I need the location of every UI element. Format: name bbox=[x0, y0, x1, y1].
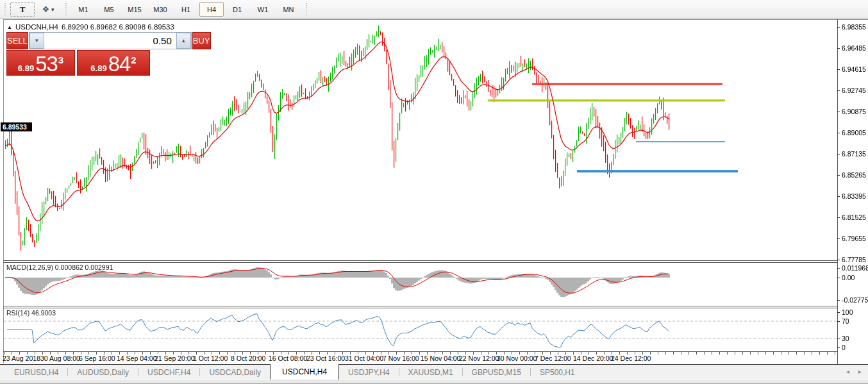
indicator-axis-label: 30 bbox=[842, 335, 849, 342]
buy-price-small: 6.89 bbox=[90, 63, 106, 73]
pointer-tool-button[interactable]: ❖ ▾ bbox=[36, 2, 60, 17]
rsi-panel-canvas[interactable] bbox=[4, 308, 837, 351]
sell-price-small: 6.89 bbox=[18, 63, 34, 73]
date-label: 30 Nov 00:00 bbox=[497, 355, 537, 362]
price-tick bbox=[837, 238, 840, 239]
date-label: 23 Oct 16:00 bbox=[306, 355, 345, 362]
timeframe-button-h4[interactable]: H4 bbox=[199, 2, 224, 17]
date-label: 23 Aug 2018 bbox=[3, 355, 40, 362]
indicator-tick bbox=[837, 268, 840, 269]
indicator-tick bbox=[837, 338, 840, 339]
panel-separator bbox=[3, 262, 838, 263]
price-tick bbox=[837, 154, 840, 154]
price-tick-label: 6.89005 bbox=[842, 129, 866, 137]
sell-button[interactable]: SELL bbox=[6, 32, 28, 49]
date-label: 24 Dec 12:00 bbox=[611, 355, 651, 362]
price-tick bbox=[837, 69, 840, 70]
toolbar-grip[interactable] bbox=[4, 3, 7, 16]
ohlc-values: 6.89290 6.89682 6.89098 6.89533 bbox=[62, 23, 174, 31]
price-tick bbox=[837, 112, 840, 112]
volume-increase-button[interactable]: ▲ bbox=[176, 33, 191, 49]
price-tick bbox=[837, 196, 840, 197]
date-label: 1 Oct 12:00 bbox=[193, 355, 228, 362]
buy-price-panel[interactable]: 6.89 84 2 bbox=[77, 50, 150, 76]
date-label: 8 Oct 20:00 bbox=[231, 355, 265, 362]
price-tick bbox=[837, 217, 840, 218]
timeframe-button-m1[interactable]: M1 bbox=[71, 2, 96, 17]
status-strip bbox=[0, 379, 868, 384]
tab-scroll-left-icon[interactable]: ◂ bbox=[846, 368, 849, 375]
timeframe-button-m5[interactable]: M5 bbox=[97, 2, 121, 17]
buy-price-sup: 2 bbox=[131, 51, 136, 70]
date-label: 6 Sep 16:00 bbox=[79, 355, 115, 362]
date-label: 16 Oct 08:00 bbox=[269, 355, 307, 362]
timeframe-button-mn[interactable]: MN bbox=[276, 2, 301, 17]
chart-tab-audusd-daily[interactable]: AUDUSD,Daily bbox=[68, 365, 138, 380]
sell-price-panel[interactable]: 6.89 53 3 bbox=[6, 50, 75, 76]
chart-tab-bar: EURUSD,H4AUDUSD,DailyUSDCHF,H4USDCAD,Dai… bbox=[0, 364, 868, 380]
timeframe-button-w1[interactable]: W1 bbox=[251, 2, 275, 17]
current-price-label: 6.89533 bbox=[1, 122, 32, 131]
volume-decrease-button[interactable]: ▼ bbox=[29, 33, 44, 49]
price-tick bbox=[837, 48, 840, 49]
buy-price-big: 84 bbox=[108, 54, 131, 73]
indicator-axis-label: 0.011968 bbox=[842, 264, 868, 272]
timeframe-button-m15[interactable]: M15 bbox=[122, 2, 147, 17]
price-tick-label: 6.83395 bbox=[842, 192, 866, 200]
price-tick-label: 6.77785 bbox=[842, 256, 866, 263]
price-tick bbox=[837, 27, 840, 28]
timeframe-button-d1[interactable]: D1 bbox=[225, 2, 249, 17]
chart-tab-sp500-h1[interactable]: SP500,H1 bbox=[531, 365, 584, 380]
toolbar-grip[interactable] bbox=[65, 3, 68, 16]
indicator-axis-label: 0.00 bbox=[842, 274, 855, 281]
tab-scroll-buttons: ◂ ▸ bbox=[846, 364, 862, 379]
indicator-axis-label: 0 bbox=[842, 344, 846, 351]
rsi-label: RSI(14) 46.9003 bbox=[6, 309, 56, 317]
time-axis[interactable]: 23 Aug 201830 Aug 08:006 Sep 16:0014 Sep… bbox=[0, 355, 837, 363]
chart-tab-gbpusd-m15[interactable]: GBPUSD,M15 bbox=[463, 365, 530, 380]
sell-price-sup: 3 bbox=[58, 51, 63, 70]
date-label: 31 Oct 04:00 bbox=[345, 355, 383, 362]
indicator-axis-label: -0.027758 bbox=[842, 296, 868, 304]
chart-tab-usdcnh-h4[interactable]: USDCNH,H4 bbox=[270, 364, 339, 380]
dropdown-caret-icon: ▾ bbox=[51, 6, 54, 13]
date-label: 14 Sep 04:00 bbox=[117, 355, 156, 362]
chart-tab-eurusd-h4[interactable]: EURUSD,H4 bbox=[5, 365, 67, 380]
panel-separator bbox=[3, 308, 838, 308]
date-label: 14 Dec 20:00 bbox=[573, 355, 613, 362]
price-tick bbox=[837, 175, 840, 176]
indicator-axis-label: 100 bbox=[842, 308, 853, 316]
price-tick bbox=[837, 260, 840, 260]
panel-separator[interactable] bbox=[3, 306, 838, 306]
price-tick-label: 6.87135 bbox=[842, 150, 866, 158]
timeframe-group: M1M5M15M30H1H4D1W1MN bbox=[71, 2, 301, 17]
indicator-tick bbox=[837, 312, 840, 313]
tab-scroll-right-icon[interactable]: ▸ bbox=[858, 368, 862, 375]
macd-panel-canvas[interactable] bbox=[4, 262, 837, 306]
symbol-label: USDCNH,H4 bbox=[15, 23, 58, 31]
toolbar-grip[interactable] bbox=[305, 3, 308, 16]
collapse-triangle-icon[interactable]: ▲ bbox=[7, 24, 12, 30]
one-click-trading-widget: SELL ▼ ▲ BUY 6.89 53 3 6.89 84 2 bbox=[6, 32, 150, 76]
indicator-tick bbox=[837, 321, 840, 322]
volume-input[interactable] bbox=[44, 33, 176, 49]
volume-spinner: ▼ ▲ bbox=[29, 32, 192, 49]
buy-button[interactable]: BUY bbox=[192, 32, 211, 49]
chart-tab-usdchf-h4[interactable]: USDCHF,H4 bbox=[138, 365, 199, 380]
chart-tab-xauusd-m1[interactable]: XAUUSD,M1 bbox=[399, 365, 462, 380]
sell-price-big: 53 bbox=[35, 54, 58, 73]
date-label: 7 Nov 16:00 bbox=[383, 355, 419, 362]
price-tick-label: 6.81525 bbox=[842, 213, 866, 221]
timeframe-button-m30[interactable]: M30 bbox=[148, 2, 172, 17]
spinner-up-icon: ▲ bbox=[181, 38, 186, 44]
indicator-tick bbox=[837, 347, 840, 348]
timeframe-button-h1[interactable]: H1 bbox=[174, 2, 198, 17]
chart-tab-usdcad-daily[interactable]: USDCAD,Daily bbox=[200, 365, 270, 380]
panel-separator[interactable] bbox=[3, 260, 838, 261]
indicator-tick bbox=[837, 278, 840, 278]
indicator-tick bbox=[837, 300, 840, 301]
pointer-tool-icon: ❖ bbox=[42, 4, 49, 14]
text-tool-button[interactable]: T bbox=[10, 2, 35, 17]
chart-tab-usdjpy-h4[interactable]: USDJPY,H4 bbox=[339, 365, 398, 380]
price-tick-label: 6.85265 bbox=[842, 171, 866, 179]
